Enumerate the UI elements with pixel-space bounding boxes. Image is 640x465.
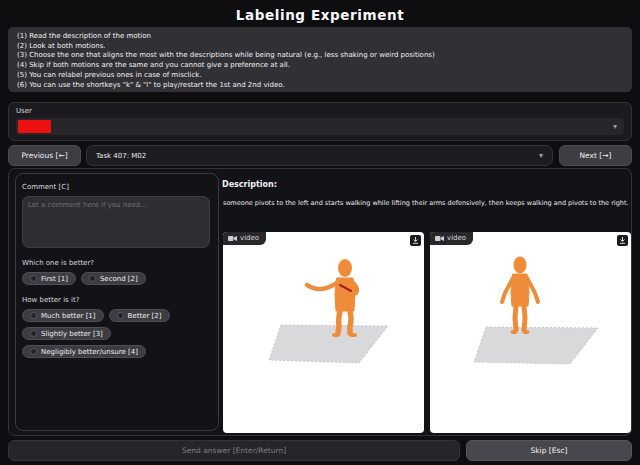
comment-label: Comment [C] bbox=[22, 183, 212, 191]
video-player-1[interactable]: video bbox=[223, 232, 424, 433]
video-label: video bbox=[447, 234, 466, 242]
radio-better[interactable]: Better [2] bbox=[109, 309, 170, 322]
radio-circle-icon bbox=[30, 312, 37, 319]
radio-circle-icon bbox=[30, 275, 37, 282]
instruction-line: (1) Read the description of the motion bbox=[17, 32, 623, 42]
video-label: video bbox=[240, 234, 259, 242]
instruction-line: (2) Look at both motions. bbox=[17, 42, 623, 52]
ground-plane bbox=[269, 325, 388, 363]
page-title: Labeling Experiment bbox=[0, 7, 640, 23]
which-better-options: First [1] Second [2] bbox=[22, 272, 214, 285]
task-value: Task 407: M02 bbox=[96, 152, 146, 160]
video-camera-icon bbox=[435, 235, 444, 242]
which-better-label: Which one is better? bbox=[22, 259, 212, 267]
user-dropdown[interactable]: ▾ bbox=[16, 118, 624, 135]
radio-label: Slightly better [3] bbox=[41, 330, 103, 338]
radio-label: Second [2] bbox=[100, 275, 138, 283]
video-label-badge: video bbox=[223, 232, 266, 245]
answer-controls-panel: Comment [C] Which one is better? First [… bbox=[15, 173, 219, 431]
download-icon bbox=[412, 237, 419, 244]
ground-plane bbox=[474, 327, 598, 364]
instruction-line: (4) Skip if both motions are the same an… bbox=[17, 61, 623, 71]
description-label: Description: bbox=[222, 180, 277, 189]
radio-first[interactable]: First [1] bbox=[22, 272, 76, 285]
main-panel: Comment [C] Which one is better? First [… bbox=[8, 168, 632, 436]
next-button[interactable]: Next [→] bbox=[559, 145, 632, 166]
task-dropdown[interactable]: Task 407: M02 ▾ bbox=[86, 145, 553, 166]
instruction-line: (5) You can relabel previous ones in cas… bbox=[17, 71, 623, 81]
download-icon bbox=[619, 237, 626, 244]
radio-circle-icon bbox=[30, 330, 37, 337]
user-label: User bbox=[16, 107, 624, 115]
description-text: someone pivots to the left and starts wa… bbox=[223, 199, 629, 208]
download-button[interactable] bbox=[410, 235, 421, 246]
app: Labeling Experiment (1) Read the descrip… bbox=[0, 0, 640, 465]
how-better-label: How better is it? bbox=[22, 296, 212, 304]
radio-circle-icon bbox=[117, 312, 124, 319]
video-label-badge: video bbox=[430, 232, 473, 245]
instructions-panel: (1) Read the description of the motion (… bbox=[8, 27, 632, 92]
radio-label: Better [2] bbox=[128, 312, 162, 320]
chevron-down-icon: ▾ bbox=[539, 152, 543, 160]
radio-second[interactable]: Second [2] bbox=[81, 272, 146, 285]
send-answer-button[interactable]: Send answer [Enter/Return] bbox=[8, 440, 460, 461]
radio-circle-icon bbox=[89, 275, 96, 282]
user-panel: User ▾ bbox=[8, 102, 632, 141]
radio-slightly-better[interactable]: Slightly better [3] bbox=[22, 327, 111, 340]
download-button[interactable] bbox=[617, 235, 628, 246]
radio-negligibly-better[interactable]: Negligibly better/unsure [4] bbox=[22, 345, 146, 358]
radio-label: Negligibly better/unsure [4] bbox=[41, 348, 138, 356]
human-figure-standing-pose bbox=[502, 257, 538, 335]
instruction-line: (3) Choose the one that aligns the most … bbox=[17, 51, 623, 61]
radio-much-better[interactable]: Much better [1] bbox=[22, 309, 104, 322]
previous-button[interactable]: Previous [←] bbox=[8, 145, 81, 166]
motion-scene-2 bbox=[430, 232, 631, 433]
radio-label: First [1] bbox=[41, 275, 68, 283]
radio-circle-icon bbox=[30, 348, 37, 355]
skip-button[interactable]: Skip [Esc] bbox=[466, 440, 632, 461]
comment-input[interactable] bbox=[22, 196, 210, 248]
chevron-down-icon: ▾ bbox=[613, 123, 617, 131]
how-better-options: Much better [1] Better [2] Slightly bett… bbox=[22, 309, 214, 358]
motion-scene-1 bbox=[223, 232, 424, 433]
video-camera-icon bbox=[228, 235, 237, 242]
instruction-line: (6) You can use the shortkeys "k" & "l" … bbox=[17, 81, 623, 91]
radio-label: Much better [1] bbox=[41, 312, 96, 320]
video-player-2[interactable]: video bbox=[430, 232, 631, 433]
redacted-user-value bbox=[18, 120, 51, 133]
